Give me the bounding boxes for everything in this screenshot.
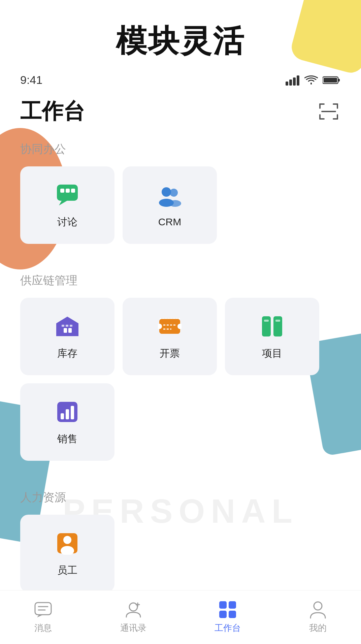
employee-icon (54, 530, 81, 557)
svg-rect-43 (66, 409, 69, 419)
module-card-sales[interactable]: 销售 (20, 383, 114, 461)
svg-rect-32 (159, 319, 180, 334)
barchart-icon (54, 398, 81, 425)
scan-button[interactable] (317, 101, 341, 122)
svg-rect-17 (60, 189, 64, 193)
signal-icon (286, 75, 300, 86)
status-icons (286, 75, 341, 86)
svg-rect-0 (286, 82, 288, 86)
svg-rect-14 (337, 114, 338, 120)
svg-rect-15 (321, 111, 336, 112)
svg-rect-58 (229, 611, 236, 618)
module-card-discuss[interactable]: 讨论 (20, 166, 114, 244)
svg-marker-20 (59, 201, 67, 205)
crm-icon (156, 183, 183, 210)
section-title-hr: 人力资源 (20, 490, 341, 505)
module-card-invoice[interactable]: 开票 (123, 298, 217, 375)
svg-rect-8 (319, 103, 321, 109)
svg-rect-27 (68, 328, 72, 333)
message-nav-icon (34, 601, 52, 619)
svg-point-46 (63, 536, 71, 544)
svg-rect-19 (71, 189, 75, 193)
svg-rect-56 (229, 601, 236, 609)
section-title-supply-chain: 供应链管理 (20, 273, 341, 288)
page-title: 工作台 (20, 97, 85, 126)
module-card-crm[interactable]: CRM (123, 166, 217, 244)
warehouse-icon (54, 313, 81, 340)
svg-rect-30 (70, 325, 72, 327)
module-label-invoice: 开票 (160, 347, 180, 360)
bottom-nav: 消息 通讯录 工作台 (0, 590, 361, 644)
svg-point-21 (162, 187, 171, 197)
svg-point-22 (170, 189, 178, 197)
nav-label-message: 消息 (34, 622, 52, 634)
module-label-employee: 员工 (57, 564, 77, 577)
module-card-project[interactable]: 项目 (225, 298, 319, 375)
section-hr: 人力资源 员工 (0, 480, 361, 592)
wifi-icon (304, 75, 318, 85)
workspace-nav-icon (219, 601, 237, 619)
nav-label-workspace: 工作台 (215, 622, 241, 634)
svg-rect-28 (62, 325, 64, 327)
section-supply-chain: 供应链管理 库存 (0, 263, 361, 461)
contacts-nav-icon (124, 601, 142, 619)
module-label-inventory: 库存 (57, 347, 77, 360)
section-collaborative: 协同办公 讨论 (0, 131, 361, 244)
svg-rect-57 (219, 611, 227, 618)
svg-rect-39 (264, 320, 269, 322)
svg-rect-48 (35, 603, 51, 615)
svg-rect-44 (71, 406, 74, 419)
module-card-inventory[interactable]: 库存 (20, 298, 114, 375)
module-grid-supply-chain: 库存 (20, 298, 341, 375)
svg-rect-10 (337, 103, 338, 109)
module-label-discuss: 讨论 (57, 215, 77, 229)
section-title-collaborative: 协同办公 (20, 141, 341, 157)
svg-rect-18 (66, 189, 70, 193)
svg-rect-40 (275, 320, 280, 322)
svg-rect-1 (289, 79, 292, 86)
chat-icon (54, 182, 81, 208)
svg-rect-3 (297, 75, 299, 86)
svg-rect-37 (262, 316, 271, 336)
svg-rect-55 (219, 601, 227, 609)
module-grid-hr: 员工 (20, 515, 341, 592)
svg-rect-29 (66, 325, 68, 327)
nav-label-contacts: 通讯录 (120, 622, 146, 634)
module-label-crm: CRM (158, 216, 181, 228)
mine-nav-icon (309, 601, 327, 619)
module-label-sales: 销售 (57, 432, 77, 446)
module-card-employee[interactable]: 员工 (20, 515, 114, 592)
svg-point-59 (314, 602, 322, 610)
nav-item-contacts[interactable]: 通讯录 (110, 595, 157, 639)
status-time: 9:41 (20, 73, 42, 87)
svg-rect-6 (324, 78, 337, 83)
project-icon (259, 313, 286, 340)
nav-item-mine[interactable]: 我的 (299, 595, 337, 639)
module-grid-collaborative: 讨论 CRM (20, 166, 341, 244)
nav-item-message[interactable]: 消息 (24, 595, 62, 639)
big-title: 模块灵活 (0, 0, 361, 69)
header: 工作台 (0, 90, 361, 131)
svg-rect-12 (319, 114, 321, 120)
svg-rect-38 (273, 316, 282, 336)
nav-item-workspace[interactable]: 工作台 (204, 595, 251, 639)
svg-rect-5 (338, 79, 340, 82)
nav-label-mine: 我的 (309, 622, 327, 634)
svg-rect-26 (64, 328, 67, 333)
invoice-icon (156, 313, 183, 340)
battery-icon (323, 75, 341, 85)
status-bar: 9:41 (0, 69, 361, 90)
svg-rect-42 (61, 413, 64, 419)
module-label-project: 项目 (262, 347, 282, 360)
svg-rect-2 (293, 77, 296, 86)
module-grid-sales: 销售 (20, 383, 341, 461)
svg-point-24 (169, 200, 181, 207)
